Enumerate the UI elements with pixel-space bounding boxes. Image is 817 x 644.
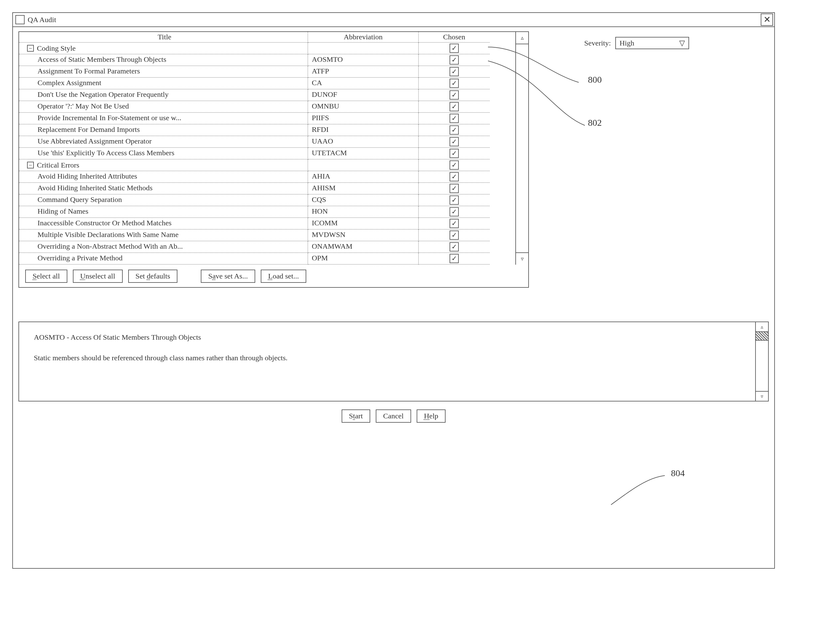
table-row[interactable]: Use Abbreviated Assignment Operator UAAO…: [19, 136, 515, 148]
rule-title: Operator '?:' May Not Be Used: [19, 101, 308, 113]
rule-title: Overriding a Non-Abstract Method With an…: [19, 241, 308, 253]
col-title: Title: [19, 32, 308, 43]
rule-abbr: AHISM: [308, 183, 419, 195]
table-header-row: Title Abbreviation Chosen: [19, 32, 515, 43]
scroll-down-icon[interactable]: ▿: [756, 391, 768, 401]
checkbox[interactable]: ✓: [450, 172, 459, 181]
start-button[interactable]: Start: [342, 409, 370, 423]
table-row[interactable]: Don't Use the Negation Operator Frequent…: [19, 89, 515, 101]
scroll-up-icon[interactable]: ▵: [756, 322, 768, 332]
checkbox[interactable]: ✓: [450, 44, 459, 53]
callout-802: 802: [588, 117, 602, 128]
rule-abbr: OPM: [308, 253, 419, 265]
system-menu-icon[interactable]: [15, 15, 25, 24]
rule-chosen: ✓: [419, 124, 490, 136]
set-defaults-button[interactable]: Set defaults: [128, 270, 178, 283]
scroll-track[interactable]: [756, 340, 768, 391]
checkbox[interactable]: ✓: [450, 161, 459, 170]
collapse-icon[interactable]: −: [27, 162, 34, 169]
rule-title: Inaccessible Constructor Or Method Match…: [19, 218, 308, 230]
table-row[interactable]: Operator '?:' May Not Be Used OMNBU ✓: [19, 101, 515, 113]
rule-abbr: ICOMM: [308, 218, 419, 230]
rule-abbr: PIIFS: [308, 113, 419, 124]
checkbox[interactable]: ✓: [450, 102, 459, 111]
rule-title: Multiple Visible Declarations With Same …: [19, 230, 308, 241]
table-row[interactable]: Access of Static Members Through Objects…: [19, 54, 515, 66]
checkbox[interactable]: ✓: [450, 242, 459, 251]
rule-title: Avoid Hiding Inherited Attributes: [19, 171, 308, 183]
rule-title: Overriding a Private Method: [19, 253, 308, 265]
cancel-button[interactable]: Cancel: [376, 409, 411, 423]
rule-abbr: CA: [308, 78, 419, 89]
checkbox[interactable]: ✓: [450, 184, 459, 193]
checkbox[interactable]: ✓: [450, 126, 459, 135]
table-row[interactable]: Provide Incremental In For-Statement or …: [19, 113, 515, 124]
checkbox[interactable]: ✓: [450, 219, 459, 228]
group-row[interactable]: −Coding Style ✓: [19, 43, 515, 54]
scroll-thumb[interactable]: [756, 332, 768, 340]
table-row[interactable]: Inaccessible Constructor Or Method Match…: [19, 218, 515, 230]
severity-dropdown[interactable]: High ▽: [615, 37, 689, 49]
table-row[interactable]: Overriding a Non-Abstract Method With an…: [19, 241, 515, 253]
col-chosen: Chosen: [419, 32, 490, 43]
rule-abbr: ONAMWAM: [308, 241, 419, 253]
severity-control: Severity: High ▽: [584, 37, 689, 49]
rule-abbr: HON: [308, 206, 419, 218]
checkbox[interactable]: ✓: [450, 79, 459, 88]
titlebar: QA Audit ✕: [13, 13, 774, 27]
table-row[interactable]: Command Query Separation CQS ✓: [19, 195, 515, 206]
rule-abbr: ATFP: [308, 66, 419, 78]
rule-title: Assignment To Formal Parameters: [19, 66, 308, 78]
checkbox[interactable]: ✓: [450, 55, 459, 64]
rule-chosen: ✓: [419, 195, 490, 206]
rule-abbr: DUNOF: [308, 89, 419, 101]
save-set-as-button[interactable]: Save set As...: [201, 270, 255, 283]
checkbox[interactable]: ✓: [450, 149, 459, 158]
rule-abbr: AHIA: [308, 171, 419, 183]
group-row[interactable]: −Critical Errors ✓: [19, 159, 515, 171]
rule-chosen: ✓: [419, 183, 490, 195]
rule-chosen: ✓: [419, 218, 490, 230]
table-row[interactable]: Assignment To Formal Parameters ATFP ✓: [19, 66, 515, 78]
collapse-icon[interactable]: −: [27, 45, 34, 52]
table-row[interactable]: Multiple Visible Declarations With Same …: [19, 230, 515, 241]
table-scrollbar[interactable]: ▵ ▿: [515, 32, 528, 265]
severity-label: Severity:: [584, 39, 611, 48]
rule-title: Use Abbreviated Assignment Operator: [19, 136, 308, 148]
help-button[interactable]: Help: [417, 409, 446, 423]
rule-title: Avoid Hiding Inherited Static Methods: [19, 183, 308, 195]
rule-title: Provide Incremental In For-Statement or …: [19, 113, 308, 124]
close-button[interactable]: ✕: [761, 14, 773, 26]
scroll-track[interactable]: [516, 44, 528, 252]
checkbox[interactable]: ✓: [450, 114, 459, 123]
rule-chosen: ✓: [419, 230, 490, 241]
rule-title: Command Query Separation: [19, 195, 308, 206]
scroll-up-icon[interactable]: ▵: [516, 32, 528, 44]
table-row[interactable]: Hiding of Names HON ✓: [19, 206, 515, 218]
checkbox[interactable]: ✓: [450, 90, 459, 100]
checkbox[interactable]: ✓: [450, 254, 459, 263]
checkbox[interactable]: ✓: [450, 196, 459, 205]
rule-chosen: ✓: [419, 66, 490, 78]
audit-table-panel: Title Abbreviation Chosen −Coding Style …: [18, 31, 529, 288]
rule-title: Don't Use the Negation Operator Frequent…: [19, 89, 308, 101]
rule-abbr: UAAO: [308, 136, 419, 148]
load-set-button[interactable]: Load set...: [261, 270, 306, 283]
select-all-button[interactable]: Select all: [25, 270, 68, 283]
table-row[interactable]: Use 'this' Explicitly To Access Class Me…: [19, 148, 515, 159]
table-row[interactable]: Complex Assignment CA ✓: [19, 78, 515, 89]
checkbox[interactable]: ✓: [450, 230, 459, 240]
unselect-all-button[interactable]: Unselect all: [73, 270, 123, 283]
checkbox[interactable]: ✓: [450, 67, 459, 76]
checkbox[interactable]: ✓: [450, 207, 459, 216]
table-row[interactable]: Avoid Hiding Inherited Static Methods AH…: [19, 183, 515, 195]
table-row[interactable]: Replacement For Demand Imports RFDI ✓: [19, 124, 515, 136]
callout-804: 804: [671, 468, 685, 478]
scroll-down-icon[interactable]: ▿: [516, 252, 528, 265]
table-row[interactable]: Overriding a Private Method OPM ✓: [19, 253, 515, 265]
table-row[interactable]: Avoid Hiding Inherited Attributes AHIA ✓: [19, 171, 515, 183]
rule-chosen: ✓: [419, 148, 490, 159]
detail-scrollbar[interactable]: ▵ ▿: [756, 322, 769, 402]
table-button-row: Select all Unselect all Set defaults Sav…: [19, 265, 528, 283]
checkbox[interactable]: ✓: [450, 137, 459, 146]
